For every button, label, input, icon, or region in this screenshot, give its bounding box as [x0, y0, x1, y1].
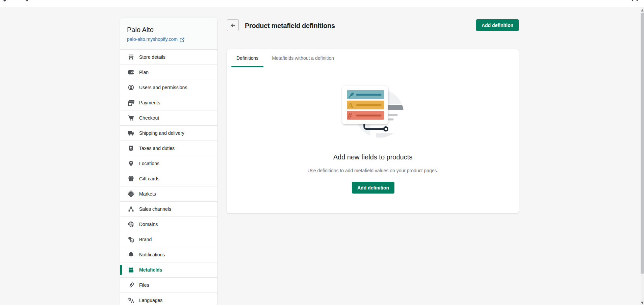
svg-text:A: A	[348, 101, 354, 110]
svg-text:#: #	[347, 111, 352, 121]
